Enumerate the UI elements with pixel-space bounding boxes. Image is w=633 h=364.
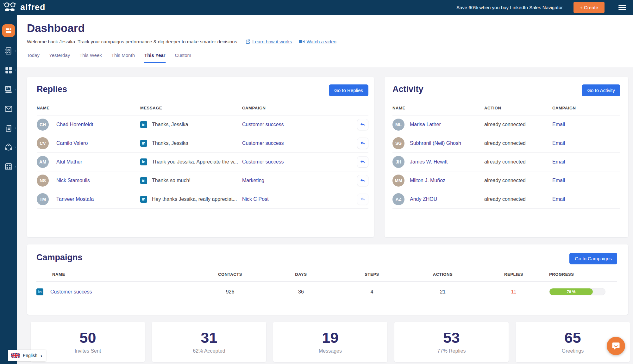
reply-button[interactable] (357, 194, 368, 205)
tab-this-year[interactable]: This Year (144, 52, 165, 63)
campaigns-title: Campaigns (36, 253, 83, 262)
contact-name-link[interactable]: James W. Hewitt (410, 159, 484, 165)
col-message: MESSAGE (140, 106, 242, 110)
create-button[interactable]: + Create (573, 2, 605, 13)
templates-icon (4, 85, 13, 94)
sidebar-item-dashboard[interactable] (0, 20, 17, 41)
stat-card-invites: 50 Invites Sent (31, 322, 145, 362)
sidebar-item-inbox[interactable] (0, 99, 17, 118)
campaign-contacts: 926 (195, 289, 266, 295)
go-to-activity-button[interactable]: Go to Activity (582, 84, 620, 96)
sidebar-item-network[interactable]: › (0, 138, 17, 157)
chevron-right-icon: › (15, 164, 16, 169)
stat-label: 77% Replies (437, 348, 466, 354)
contact-name-link[interactable]: Andy ZHOU (410, 196, 484, 202)
col-days: DAYS (266, 272, 336, 277)
reply-button[interactable] (357, 175, 368, 186)
campaign-link[interactable]: Email (552, 159, 620, 165)
sidebar-item-contacts[interactable]: › (0, 41, 17, 60)
welcome-text: Welcome back Jessika. Track your campaig… (27, 39, 238, 44)
tab-today[interactable]: Today (27, 52, 40, 63)
campaign-link[interactable]: Email (552, 196, 620, 202)
tab-this-month[interactable]: This Month (111, 52, 135, 63)
chevron-right-icon: › (15, 67, 16, 72)
campaign-link[interactable]: Email (552, 178, 620, 183)
tab-this-week[interactable]: This Week (79, 52, 102, 63)
avatar: TM (37, 193, 49, 205)
sidebar: › › › › › › (0, 0, 17, 364)
replies-table-header: NAME MESSAGE CAMPAIGN (37, 96, 368, 115)
sidebar-item-feed[interactable]: › (0, 118, 17, 138)
campaign-link[interactable]: Customer success (242, 122, 345, 127)
campaigns-table-header: NAME CONTACTS DAYS STEPS ACTIONS REPLIES… (36, 264, 617, 282)
reply-message: Thanks, Jessika (152, 122, 242, 127)
page-title: Dashboard (27, 22, 633, 34)
contact-name-link[interactable]: Tanveer Mostafa (56, 196, 140, 202)
contact-name-link[interactable]: Nick Stamoulis (56, 178, 140, 183)
stat-value: 53 (443, 330, 460, 345)
reply-arrow-icon (360, 178, 366, 183)
avatar: CH (37, 119, 49, 131)
avatar: SG (392, 137, 404, 149)
reply-arrow-icon (360, 196, 366, 202)
campaign-link[interactable]: Email (552, 122, 620, 127)
stat-value: 65 (564, 330, 581, 345)
chevron-right-icon: › (41, 353, 42, 358)
col-campaign: CAMPAIGN (552, 106, 620, 110)
video-camera-icon (299, 39, 305, 44)
sidebar-item-campaigns[interactable]: › (0, 60, 17, 80)
uk-flag-icon (11, 353, 20, 358)
activity-row: ML Marisa Lather already connected Email (392, 115, 620, 134)
reply-arrow-icon (360, 159, 366, 165)
contact-name-link[interactable]: Camilo Valero (56, 140, 140, 146)
contact-name-link[interactable]: Marisa Lather (410, 122, 484, 127)
col-replies: REPLIES (478, 272, 549, 277)
campaign-link[interactable]: Marketing (242, 178, 345, 183)
col-steps: STEPS (336, 272, 407, 277)
contacts-icon (4, 47, 13, 55)
watch-a-video-link[interactable]: Watch a video (299, 39, 336, 44)
brand[interactable]: alfred (3, 2, 46, 14)
reply-row: CV Camilo Valero in Thanks, Jessika Cust… (37, 134, 368, 153)
stat-label: 62% Accepted (193, 348, 225, 354)
reply-row: CH Chad Horenfeldt in Thanks, Jessika Cu… (37, 115, 368, 134)
campaign-link[interactable]: Email (552, 140, 620, 146)
campaign-replies-count[interactable]: 11 (478, 289, 549, 295)
reply-button[interactable] (357, 119, 368, 130)
reply-message: Hey thanks Jessika, really appreciat... (152, 196, 242, 202)
activity-action: already connected (484, 122, 552, 127)
contact-name-link[interactable]: Subhranil (Neil) Ghosh (410, 140, 484, 146)
chat-widget-button[interactable] (607, 337, 625, 355)
linkedin-icon: in (140, 196, 147, 203)
learn-how-it-works-link[interactable]: Learn how it works (245, 39, 292, 44)
sidebar-item-integrations[interactable]: › (0, 157, 17, 176)
go-to-replies-button[interactable]: Go to Replies (329, 84, 368, 96)
contact-name-link[interactable]: Milton J. Muñoz (410, 178, 484, 183)
campaign-steps: 4 (336, 289, 407, 295)
tab-custom[interactable]: Custom (175, 52, 191, 63)
hamburger-menu-icon[interactable] (618, 5, 626, 10)
main-content: Dashboard Welcome back Jessika. Track yo… (17, 15, 633, 364)
campaign-link[interactable]: Nick C Post (242, 196, 345, 202)
linkedin-icon: in (140, 158, 147, 165)
contact-name-link[interactable]: Chad Horenfeldt (56, 122, 140, 127)
dashboard-icon (2, 24, 15, 37)
campaign-name-link[interactable]: Customer success (50, 289, 92, 295)
language-selector[interactable]: English › (8, 350, 46, 361)
replies-card: Replies Go to Replies NAME MESSAGE CAMPA… (27, 77, 374, 237)
go-to-campaigns-button[interactable]: Go to Campaigns (569, 253, 617, 264)
campaign-link[interactable]: Customer success (242, 159, 345, 165)
reply-arrow-icon (360, 140, 366, 146)
stat-label: Messages (319, 348, 342, 354)
reply-button[interactable] (357, 156, 368, 168)
tab-yesterday[interactable]: Yesterday (49, 52, 70, 63)
sidebar-item-templates[interactable]: › (0, 80, 17, 99)
reply-button[interactable] (357, 138, 368, 149)
campaign-link[interactable]: Customer success (242, 140, 345, 146)
promo-text: Save 60% when you buy LinkedIn Sales Nav… (456, 5, 563, 10)
contact-name-link[interactable]: Atul Mathur (56, 159, 140, 165)
external-link-icon (245, 39, 251, 44)
reply-row: NS Nick Stamoulis in Thanks so much! Mar… (37, 171, 368, 190)
campaigns-card: Campaigns Go to Campaigns NAME CONTACTS … (27, 244, 628, 315)
col-name: NAME (36, 272, 195, 277)
